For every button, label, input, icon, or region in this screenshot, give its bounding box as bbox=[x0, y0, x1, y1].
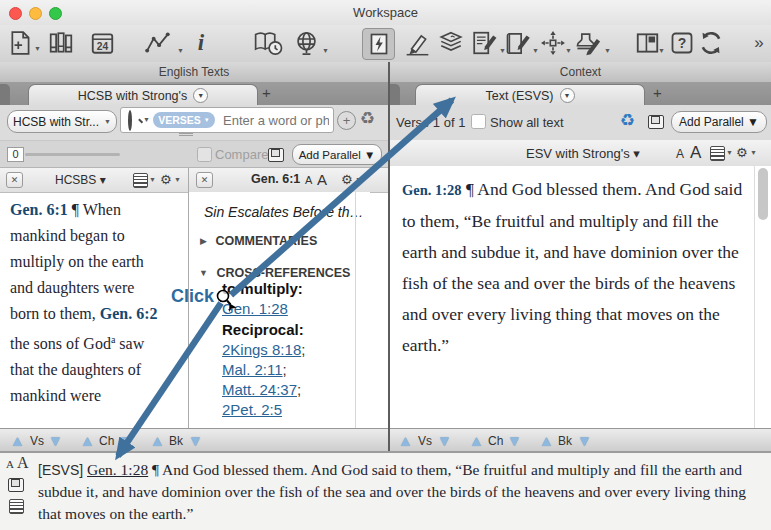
graph-icon[interactable] bbox=[140, 28, 176, 58]
refresh-icon-gray[interactable]: ♻ bbox=[360, 110, 375, 127]
right-new-tab-button[interactable]: + bbox=[653, 84, 662, 101]
verse-up-icon[interactable]: ▲ bbox=[10, 433, 25, 448]
verse-down-icon[interactable]: ▼ bbox=[437, 433, 452, 448]
book-down-icon[interactable]: ▼ bbox=[577, 433, 592, 448]
vs-label: Vs bbox=[30, 434, 44, 448]
column1-title[interactable]: HCSBS ▾ bbox=[55, 173, 106, 187]
edit-icon[interactable] bbox=[503, 28, 534, 58]
main-toolbar: ▼ 24 ▼ i ▼ ▼ ▼ bbox=[0, 25, 771, 63]
font-smaller-button[interactable]: A bbox=[6, 458, 14, 470]
section-title[interactable]: Sin Escalates Before th… bbox=[204, 204, 364, 220]
font-larger-button[interactable]: A bbox=[17, 454, 29, 472]
crossrefs-group[interactable]: ▼ CROSS-REFERENCES bbox=[199, 263, 350, 281]
book-up-icon[interactable]: ▲ bbox=[539, 433, 554, 448]
crossref-link-gen128[interactable]: Gen. 1:28 bbox=[222, 300, 288, 317]
crossref-link[interactable]: Matt. 24:37; bbox=[222, 381, 301, 398]
add-search-icon[interactable]: + bbox=[337, 111, 356, 130]
add-parallel-button-right[interactable]: Add Parallel ▼ bbox=[671, 111, 767, 133]
highlight-icon[interactable] bbox=[401, 28, 433, 58]
hcsbs-verse-text[interactable]: Gen. 6:1 ¶ When mankind began to multipl… bbox=[10, 197, 164, 409]
book-up-icon[interactable]: ▲ bbox=[150, 433, 165, 448]
search-icon[interactable] bbox=[128, 110, 132, 131]
search-field[interactable]: ▼ VERSES ▼ bbox=[120, 107, 334, 133]
font-smaller-button[interactable]: A bbox=[676, 147, 684, 161]
font-larger-button[interactable]: A bbox=[317, 171, 327, 188]
history-counter[interactable]: 0 bbox=[7, 147, 24, 162]
show-all-text-checkbox[interactable] bbox=[471, 114, 486, 129]
stack-icon[interactable] bbox=[436, 28, 466, 58]
stamp-icon[interactable] bbox=[571, 28, 605, 58]
instant-details-text: [ESVS] Gen. 1:28 ¶ And God blessed them.… bbox=[38, 459, 764, 525]
chapter-up-icon[interactable]: ▲ bbox=[80, 433, 95, 448]
search-scope-pill[interactable]: VERSES ▼ bbox=[153, 112, 215, 128]
commentaries-group[interactable]: ▶ COMMENTARIES bbox=[200, 231, 317, 249]
book-down-icon[interactable]: ▼ bbox=[188, 433, 203, 448]
chapter-down-icon[interactable]: ▼ bbox=[507, 433, 522, 448]
more-icon[interactable]: » bbox=[750, 28, 768, 58]
bk-label: Bk bbox=[169, 434, 183, 448]
new-tab-icon[interactable] bbox=[6, 28, 36, 58]
close-icon[interactable]: ✕ bbox=[6, 172, 23, 188]
esv-verse-text[interactable]: Gen. 1:28 ¶ And God blessed them. And Go… bbox=[402, 174, 754, 361]
separate-window-icon[interactable] bbox=[8, 478, 24, 492]
disclosure-triangle-icon[interactable]: ▶ bbox=[200, 236, 207, 246]
separate-window-icon[interactable] bbox=[648, 115, 664, 129]
compare-checkbox[interactable] bbox=[197, 147, 212, 162]
tab-text-esvs[interactable]: Text (ESVS) ▼ bbox=[415, 84, 645, 106]
right-column-title[interactable]: ESV with Strong's ▾ bbox=[526, 146, 640, 161]
crossref-link[interactable]: Mal. 2:11; bbox=[222, 361, 287, 378]
history-slider[interactable] bbox=[25, 153, 120, 156]
gear-icon[interactable]: ⚙ bbox=[736, 146, 748, 159]
daily-reading-icon[interactable]: 24 bbox=[86, 28, 118, 58]
crossref-link[interactable]: 2Pet. 2:5 bbox=[222, 401, 282, 418]
click-annotation-label: Click bbox=[171, 286, 214, 307]
verse-ref[interactable]: Gen. 6:1 bbox=[10, 201, 68, 218]
search-input[interactable] bbox=[221, 110, 331, 130]
tab-hcsb-with-strongs[interactable]: HCSB with Strong's ▼ bbox=[28, 84, 258, 106]
font-smaller-button[interactable]: A bbox=[305, 174, 312, 186]
chapter-up-icon[interactable]: ▲ bbox=[469, 433, 484, 448]
verse-up-icon[interactable]: ▲ bbox=[398, 433, 413, 448]
verse-ref[interactable]: Gen. 1:28 bbox=[402, 182, 462, 198]
sync-icon[interactable] bbox=[696, 28, 726, 58]
display-menu-icon[interactable] bbox=[9, 499, 24, 514]
map-icon[interactable] bbox=[291, 28, 321, 58]
refresh-icon-blue[interactable]: ♻ bbox=[620, 112, 635, 129]
tab-dropdown-icon[interactable]: ▼ bbox=[560, 88, 575, 103]
user-notes-icon[interactable] bbox=[468, 28, 500, 58]
help-icon[interactable]: ? bbox=[670, 28, 694, 58]
right-partial-tab[interactable] bbox=[390, 84, 400, 105]
gear-icon[interactable]: ⚙ bbox=[341, 173, 353, 186]
ch-label: Ch bbox=[99, 434, 114, 448]
text-selector-button[interactable]: HCSB with Str... ▼ bbox=[7, 110, 117, 133]
gear-icon[interactable]: ⚙ bbox=[160, 173, 172, 186]
info-icon[interactable]: i bbox=[192, 28, 210, 58]
display-menu-icon[interactable] bbox=[133, 173, 148, 188]
scrollbar-thumb[interactable] bbox=[758, 168, 768, 220]
left-partial-tab[interactable] bbox=[0, 84, 10, 105]
left-search-row: HCSB with Str... ▼ ▼ VERSES ▼ + ♻ bbox=[0, 105, 388, 140]
library-icon[interactable] bbox=[44, 28, 78, 58]
verse-down-icon[interactable]: ▼ bbox=[48, 433, 63, 448]
separate-window-icon[interactable] bbox=[268, 148, 284, 162]
atlas-icon[interactable] bbox=[250, 28, 286, 58]
left-new-tab-button[interactable]: + bbox=[262, 84, 271, 101]
close-icon[interactable]: ✕ bbox=[196, 172, 213, 188]
add-parallel-button-left[interactable]: Add Parallel ▼ bbox=[292, 144, 382, 165]
window-title: Workspace bbox=[0, 5, 771, 20]
resize-grip[interactable] bbox=[179, 133, 193, 134]
chapter-down-icon[interactable]: ▼ bbox=[118, 433, 133, 448]
right-pane-body: Gen. 1:28 ¶ And God blessed them. And Go… bbox=[390, 166, 771, 428]
right-verse-nav: ▲ Vs ▼ ▲ Ch ▼ ▲ Bk ▼ bbox=[390, 428, 771, 452]
arrange-icon[interactable] bbox=[539, 28, 567, 58]
font-larger-button[interactable]: A bbox=[690, 143, 701, 163]
search-options-caret-icon[interactable]: ▼ bbox=[143, 116, 150, 123]
display-menu-icon[interactable] bbox=[710, 146, 725, 161]
column2-title: Gen. 6:1 bbox=[251, 172, 300, 186]
tab-dropdown-icon[interactable]: ▼ bbox=[193, 88, 208, 103]
amplify-icon[interactable] bbox=[362, 28, 395, 60]
verse-ref[interactable]: Gen. 6:2 bbox=[100, 305, 158, 322]
disclosure-triangle-icon[interactable]: ▼ bbox=[199, 268, 208, 278]
crossref-link[interactable]: 2Kings 8:18; bbox=[222, 341, 305, 358]
bk-label: Bk bbox=[558, 434, 572, 448]
